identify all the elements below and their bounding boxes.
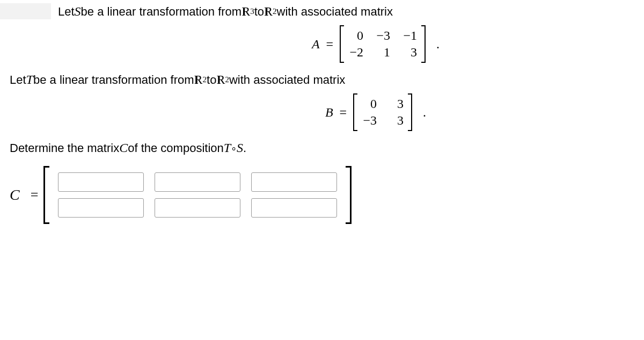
var-T: T [224,141,231,155]
cell: −2 [348,45,363,60]
real-R: R [194,73,203,87]
cell: 3 [402,45,417,60]
text: with associated matrix [277,5,393,19]
answer-label-C: C [10,186,20,204]
equals: = [31,187,39,203]
text: Determine the matrix [10,141,119,155]
answer-input-c23[interactable] [251,198,337,218]
real-R: R [216,73,225,87]
cell: −1 [402,28,417,43]
answer-input-c12[interactable] [155,172,240,192]
equals: = [326,37,334,52]
text: of the composition [128,141,224,155]
problem-line-3: Determine the matrix C of the compositio… [10,141,634,155]
answer-input-c22[interactable] [155,198,240,218]
answer-matrix-C: C = [10,166,634,224]
period: . [423,105,426,120]
bracket-right [408,93,412,131]
bracket-right [421,25,426,63]
sup: 3 [250,7,254,16]
cell: −3 [375,28,390,43]
var-T: T [26,73,33,87]
cell: 0 [348,28,363,43]
real-R: R [264,4,273,19]
text: to [207,73,216,87]
answer-input-c13[interactable] [251,172,337,192]
text: . [243,141,246,155]
bracket-left [353,93,357,131]
text: to [254,5,264,19]
text: be a linear transformation from [81,5,242,19]
var-S: S [75,4,81,19]
text: with associated matrix [229,73,345,87]
equals: = [340,105,347,120]
cell: 1 [375,45,390,60]
problem-line-1: Let S be a linear transformation from R3… [58,4,634,19]
sup: 2 [203,75,207,84]
sup: 2 [225,75,229,84]
matrix-B-cells: 0 3 −3 3 [357,93,408,131]
bracket-left [340,25,344,63]
answer-input-grid [49,166,346,224]
matrix-B-label: B [325,105,333,120]
compose-symbol: ∘ [231,142,237,154]
matrix-B-display: B = 0 3 −3 3 . [10,93,634,131]
text: Let [10,73,26,87]
sup: 2 [273,7,277,16]
var-C: C [119,141,128,155]
problem-line-2: Let T be a linear transformation from R2… [10,73,634,87]
text: be a linear transformation from [33,73,194,87]
matrix-A-label: A [312,37,320,52]
cell: −3 [362,113,377,128]
highlight-marker [0,3,51,19]
real-R: R [241,4,250,19]
cell: 0 [362,97,377,111]
answer-input-c21[interactable] [58,198,144,218]
cell: 3 [389,113,404,128]
answer-input-c11[interactable] [58,172,144,192]
var-S: S [237,141,243,155]
matrix-A-display: A = 0 −3 −1 −2 1 3 . [10,25,634,63]
period: . [436,37,440,52]
cell: 3 [389,97,404,111]
matrix-A-cells: 0 −3 −1 −2 1 3 [344,25,421,63]
bracket-right [346,166,352,224]
bracket-left [43,166,49,224]
text: Let [58,5,75,19]
